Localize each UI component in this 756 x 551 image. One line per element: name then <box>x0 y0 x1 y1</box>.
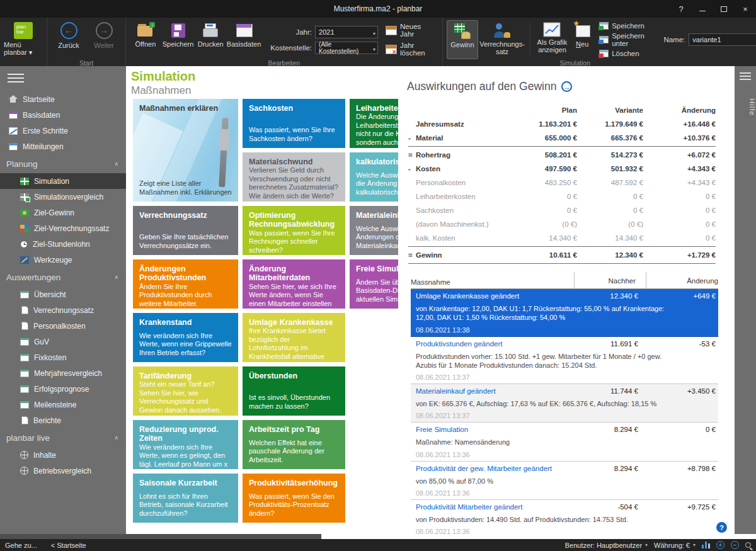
measure-date: 08.06.2021 13:36 <box>416 489 716 497</box>
tab-hilfe[interactable]: Hilfe <box>735 91 756 123</box>
measure-row[interactable]: Produktivstunden geändert11.691 €-53 €Pr… <box>411 337 718 385</box>
measure-title[interactable]: Umlage Krankenkasse geändert <box>416 292 575 300</box>
tile-ueberstunden[interactable]: ÜberstundenIst es sinvoll, Überstunden m… <box>243 366 345 416</box>
measure-row[interactable]: Materialeinkauf geändert11.744 €+3.450 €… <box>411 384 718 423</box>
close-button[interactable]: × <box>735 0 756 18</box>
verrechnungssatz-button[interactable]: Verrechnungs-satz <box>478 20 526 59</box>
tile-aenderungen-produktivstunden[interactable]: Änderungen ProduktivstundenÄndern Sie Ih… <box>133 259 238 309</box>
tile-text: Wie verändern sich Ihre Werte, wenn eine… <box>139 332 232 357</box>
sidebar-item-berichte[interactable]: Berichte <box>0 412 126 428</box>
measure-title[interactable]: Materialeinkauf geändert <box>416 387 575 395</box>
sidebar-section-planung[interactable]: Planung∧ <box>0 154 126 173</box>
measure-row[interactable]: Produktivität Mitarbeiter geändert-504 €… <box>411 500 718 534</box>
variante-loeschen-button[interactable]: Löschen <box>599 50 656 57</box>
sidebar-item-personalkosten[interactable]: Personalkosten <box>0 318 126 334</box>
scrollbar-thumb[interactable] <box>0 534 321 539</box>
sidebar-item-fixkosten[interactable]: Fixkosten <box>0 349 126 365</box>
neues-jahr-button[interactable]: Neues Jahr <box>386 23 435 38</box>
sidebar-item-meilensteine[interactable]: Meilensteine <box>0 397 126 412</box>
sidebar-item-basisdaten[interactable]: Basisdaten <box>0 107 126 123</box>
measure-row[interactable]: Freie Simulation8.294 €0 €Maßnahme: Name… <box>411 423 718 461</box>
neu-button[interactable]: Neu <box>570 20 594 59</box>
measure-title[interactable]: Freie Simulation <box>416 426 575 433</box>
print-button[interactable]: Drucken <box>195 20 226 59</box>
tile-saisonale-kurzarbeit[interactable]: Saisonale KurzarbeitLohnt es sich für Ih… <box>133 474 238 523</box>
inhalte-icon <box>20 451 28 459</box>
printer-icon <box>201 22 220 39</box>
help-button[interactable]: ? <box>670 0 692 18</box>
tile-sachkosten[interactable]: SachkostenWas passiert, wenn Sie Ihre Sa… <box>243 99 345 148</box>
kostenstelle-select[interactable]: (Alle Kostenstellen) ▾ <box>315 42 378 54</box>
tile-massnahmen-erklaeren[interactable]: Maßnahmen erklärenZeigt eine Liste aller… <box>133 99 238 202</box>
measure-title[interactable]: Produktivstunden geändert <box>416 340 575 348</box>
chart-icon[interactable] <box>702 542 710 548</box>
zoom-in-icon[interactable]: + <box>716 541 724 549</box>
sidebar-item-mitteilungen[interactable]: Mitteilungen <box>0 139 126 154</box>
help-strip-hamburger-icon[interactable] <box>740 72 751 80</box>
tile-optimierung-rechnungsabwicklung[interactable]: Optimierung RechnungsabwicklungWas passi… <box>243 206 345 255</box>
sidebar-item-erfolgsprognose[interactable]: Erfolgsprognose <box>0 381 126 397</box>
tile-umlage-krankenkasse[interactable]: Umlage KrankenkasseIhre Krankenkasse bie… <box>243 313 345 362</box>
jahr-loeschen-button[interactable]: Jahr löschen <box>386 42 435 57</box>
financial-row-rohertrag: =Rohertrag508.201 €514.273 €+6.072 € <box>408 148 716 162</box>
minimize-button[interactable] <box>692 0 713 18</box>
forward-button[interactable]: → Weiter <box>86 20 122 59</box>
measure-row[interactable]: Produktivität der gew. Mitarbeiter geänd… <box>411 462 718 500</box>
tile-arbeitszeit-pro-tag[interactable]: Arbeitszeit pro TagWelchen Effekt hat ei… <box>243 420 345 469</box>
variante-speichern-unter-button[interactable]: Speichern unter <box>599 32 656 47</box>
save-button[interactable]: Speichern <box>161 20 195 59</box>
sidebar-item-werkzeuge[interactable]: Werkzeuge <box>0 252 126 268</box>
measure-row[interactable]: Umlage Krankenkasse geändert12.340 €+649… <box>411 289 718 337</box>
tile-reduzierung-unprod-zeiten[interactable]: Reduzierung unprod. ZeitenWie verändern … <box>133 420 238 469</box>
tile-materialschwund[interactable]: MaterialschwundVerlieren Sie Geld durch … <box>243 152 345 202</box>
variante-speichern-button[interactable]: Speichern <box>599 22 656 30</box>
sidebar-item-mehrjahresvergleich[interactable]: Mehrjahresvergleich <box>0 365 126 381</box>
squeegee-image <box>219 118 229 187</box>
sidebar-item-ziel-gewinn[interactable]: Ziel-Gewinn <box>0 205 126 220</box>
sidebar-item-erste-schritte[interactable]: Erste Schritte <box>0 123 126 139</box>
measure-title[interactable]: Produktivität Mitarbeiter geändert <box>416 503 575 511</box>
kostenstelle-label: Kostenstelle: <box>265 44 312 52</box>
sidebar-item-guv[interactable]: GuV <box>0 334 126 349</box>
sidebar-item-simulation[interactable]: Simulation <box>0 173 126 189</box>
tile-verrechnungssatz[interactable]: VerrechnungssatzGeben Sie Ihre tatsächli… <box>133 206 238 255</box>
sidebar-item-ziel-stundenlohn[interactable]: Ziel-Stundenlohn <box>0 236 126 252</box>
zoom-out-icon[interactable]: − <box>731 541 739 549</box>
gewinn-button[interactable]: Gewinn <box>447 20 479 59</box>
variante-name-select[interactable]: variante1 ▾ <box>689 33 756 46</box>
sidebar-item-uebersicht[interactable]: Übersicht <box>0 287 126 302</box>
maximize-button[interactable] <box>713 0 735 18</box>
menu-planbar-button[interactable]: Menü planbar ▾ <box>4 20 43 59</box>
tile-produktivitaetserhoehung[interactable]: ProduktivitätserhöhungWas passiert, wenn… <box>243 474 345 523</box>
financial-table: PlanVarianteÄnderungJahresumsatz1.163.20… <box>408 103 716 264</box>
sidebar-item-label: Simulation <box>34 177 69 186</box>
back-button[interactable]: ← Zurück <box>51 20 86 59</box>
sidebar-item-simulationsvergleich[interactable]: Simulationsvergleich <box>0 189 126 205</box>
sidebar-item-inhalte[interactable]: Inhalte <box>0 447 126 463</box>
tile-tarifaenderung[interactable]: TarifänderungSteht ein neuer Tarif an? S… <box>133 366 238 416</box>
currency-dropdown[interactable]: Währung: € ▾ <box>654 542 696 549</box>
sidebar-section-planbar-live[interactable]: planbar live∧ <box>0 428 126 447</box>
help-badge[interactable]: ? <box>716 522 727 533</box>
go-arrow-icon[interactable]: → <box>561 81 572 92</box>
basisdaten-button[interactable]: Basisdaten <box>226 20 261 59</box>
search-icon[interactable] <box>745 542 751 548</box>
measure-title[interactable]: Produktivität der gew. Mitarbeiter geänd… <box>416 465 575 472</box>
back-startseite-link[interactable]: < Startseite <box>51 542 86 549</box>
berichte-icon <box>21 416 28 424</box>
sidebar-section-auswertungen[interactable]: Auswertungen∧ <box>0 268 126 287</box>
measure-aenderung: +9.725 € <box>643 503 716 511</box>
jahr-select[interactable]: 2021 ▾ <box>315 26 378 38</box>
tile-krankenstand[interactable]: KrankenstandWie verändern sich Ihre Wert… <box>133 313 238 362</box>
open-button[interactable]: ↓ Öffnen <box>130 20 161 59</box>
sidebar-item-verrechnungssatz[interactable]: Verrechnungssatz <box>0 302 126 318</box>
sidebar-item-ziel-verrechnungssatz[interactable]: Ziel-Verrechnungssatz <box>0 220 126 236</box>
user-dropdown[interactable]: Benutzer: Hauptbenutzer ▾ <box>565 542 648 549</box>
tile-aenderung-mitarbeiterdaten[interactable]: Änderung MitarbeiterdatenSehen Sie hier,… <box>243 259 345 309</box>
als-grafik-button[interactable]: Als Grafik anzeigen <box>534 20 571 59</box>
sidebar-item-startseite[interactable]: Startseite <box>0 91 126 107</box>
tile-title: Überstunden <box>249 372 339 380</box>
sidebar-item-betriebsvergleich[interactable]: Betriebsvergleich <box>0 463 126 479</box>
goto-button[interactable]: Gehe zu... <box>5 542 37 549</box>
sidebar-hamburger-icon[interactable] <box>8 74 24 82</box>
